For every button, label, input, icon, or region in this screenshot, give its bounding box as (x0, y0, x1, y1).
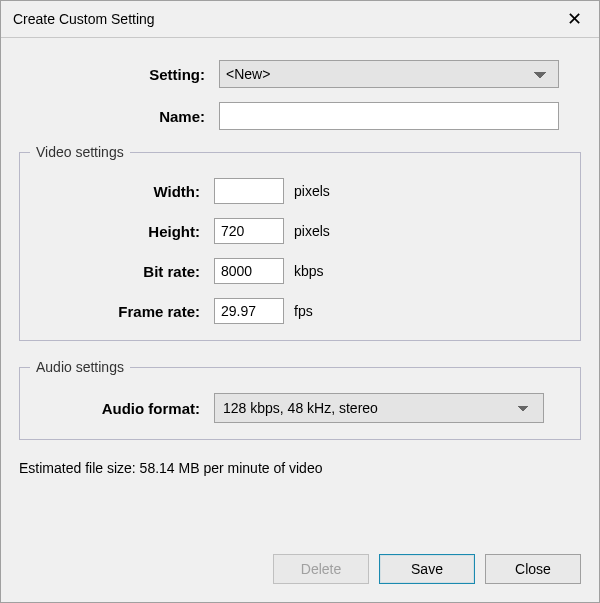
frame-rate-label: Frame rate: (30, 303, 214, 320)
bit-rate-unit: kbps (294, 263, 324, 279)
height-unit: pixels (294, 223, 330, 239)
audio-settings-fieldset: Audio settings Audio format: 128 kbps, 4… (19, 359, 581, 440)
frame-rate-unit: fps (294, 303, 313, 319)
height-label: Height: (30, 223, 214, 240)
audio-format-select[interactable]: 128 kbps, 48 kHz, stereo (214, 393, 544, 423)
width-input[interactable] (214, 178, 284, 204)
dialog-title: Create Custom Setting (13, 11, 155, 27)
bit-rate-label: Bit rate: (30, 263, 214, 280)
save-button[interactable]: Save (379, 554, 475, 584)
button-bar: Delete Save Close (1, 554, 599, 602)
frame-rate-input[interactable] (214, 298, 284, 324)
dialog-content: Setting: <New> Name: Video settings Widt… (1, 38, 599, 554)
name-label: Name: (19, 108, 219, 125)
titlebar: Create Custom Setting ✕ (1, 1, 599, 37)
video-settings-fieldset: Video settings Width: pixels Height: pix… (19, 144, 581, 341)
audio-settings-legend: Audio settings (30, 359, 130, 375)
width-label: Width: (30, 183, 214, 200)
close-icon[interactable]: ✕ (559, 4, 589, 34)
audio-format-label: Audio format: (30, 400, 214, 417)
create-custom-setting-dialog: Create Custom Setting ✕ Setting: <New> N… (0, 0, 600, 603)
close-button[interactable]: Close (485, 554, 581, 584)
video-settings-legend: Video settings (30, 144, 130, 160)
delete-button: Delete (273, 554, 369, 584)
setting-select[interactable]: <New> (219, 60, 559, 88)
width-unit: pixels (294, 183, 330, 199)
name-input[interactable] (219, 102, 559, 130)
estimated-file-size: Estimated file size: 58.14 MB per minute… (19, 458, 581, 486)
setting-label: Setting: (19, 66, 219, 83)
height-input[interactable] (214, 218, 284, 244)
bit-rate-input[interactable] (214, 258, 284, 284)
